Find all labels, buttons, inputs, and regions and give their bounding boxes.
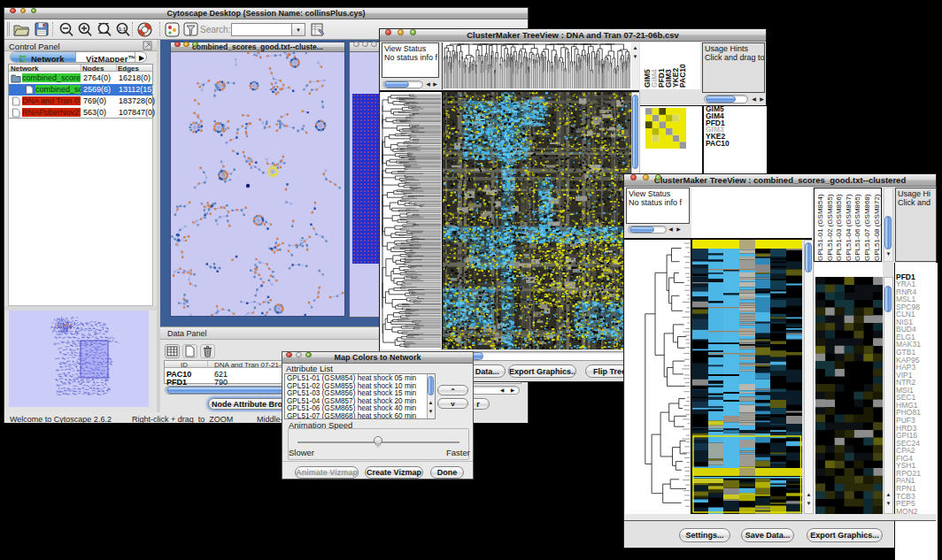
svg-text:GPL51-06 (GSM865): GPL51-06 (GSM865) [853,194,861,261]
svg-text:1:1: 1:1 [119,27,126,32]
svg-text:PAC10: PAC10 [678,64,687,88]
svg-text:GPL51-02 (GSM855): GPL51-02 (GSM855) [826,194,834,261]
svg-text:GPL51-07 (GSM868): GPL51-07 (GSM868) [863,194,871,261]
svg-text:GPL51-08 (GSM872): GPL51-08 (GSM872) [873,194,881,261]
svg-text:GPL51-03 (GSM856): GPL51-03 (GSM856) [835,194,843,261]
svg-text:GPL51-04 (GSM857): GPL51-04 (GSM857) [845,194,853,261]
svg-text:GPL51-01 (GSM854): GPL51-01 (GSM854) [816,194,824,261]
